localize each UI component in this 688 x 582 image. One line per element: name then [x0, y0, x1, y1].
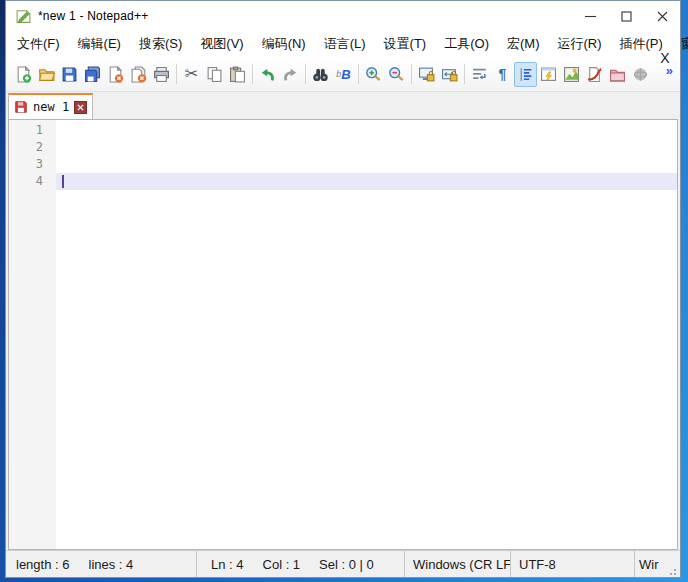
text-cursor: [62, 175, 64, 188]
status-eol-pane: Windows (CR LF): [404, 551, 510, 577]
sync-scroll-horizontal-icon[interactable]: [438, 62, 461, 87]
status-eol-format: Windows (CR LF): [413, 557, 510, 572]
status-encoding-pane: UTF-8: [510, 551, 634, 577]
sync-scroll-vertical-icon[interactable]: [415, 62, 438, 87]
editor-line-4-current: [56, 173, 677, 190]
editor-line-1: [56, 122, 677, 139]
notepad-plus-plus-window: *new 1 - Notepad++ 文件(F) 编辑(E) 搜索(S) 视图(…: [5, 0, 681, 578]
menu-encoding[interactable]: 编码(N): [253, 31, 315, 57]
close-all-documents-icon[interactable]: [127, 62, 150, 87]
toolbar-separator: [252, 64, 253, 84]
zoom-in-icon[interactable]: [362, 62, 385, 87]
status-length: length : 6: [16, 557, 70, 572]
folder-as-workspace-icon[interactable]: [606, 62, 629, 87]
menu-macro[interactable]: 宏(M): [498, 31, 549, 57]
open-file-icon[interactable]: [35, 62, 58, 87]
cut-icon[interactable]: ✂: [180, 62, 203, 87]
close-icon: [657, 11, 668, 22]
line-number: 1: [9, 122, 56, 139]
line-number: 2: [9, 139, 56, 156]
status-selection: Sel : 0 | 0: [319, 557, 374, 572]
status-bar: length : 6 lines : 4 Ln : 4 Col : 1 Sel …: [6, 550, 680, 577]
minimize-icon: [585, 11, 596, 22]
maximize-icon: [621, 11, 632, 22]
save-icon[interactable]: [58, 62, 81, 87]
title-bar: *new 1 - Notepad++: [6, 1, 680, 31]
menu-language[interactable]: 语言(L): [315, 31, 375, 57]
line-number: 3: [9, 156, 56, 173]
status-column: Col : 1: [263, 557, 301, 572]
print-icon[interactable]: [150, 62, 173, 87]
editor[interactable]: 1 2 3 4: [8, 119, 678, 550]
menu-settings[interactable]: 设置(T): [375, 31, 436, 57]
tab-close-button[interactable]: [74, 101, 87, 114]
redo-icon[interactable]: [279, 62, 302, 87]
status-cursor-pane: Ln : 4 Col : 1 Sel : 0 | 0: [196, 551, 404, 577]
undo-icon[interactable]: [256, 62, 279, 87]
menu-tools[interactable]: 工具(O): [435, 31, 498, 57]
find-icon[interactable]: [309, 62, 332, 87]
toolbar-separator: [464, 64, 465, 84]
status-doc-size-pane: length : 6 lines : 4: [6, 551, 196, 577]
tab-close-x-icon: [77, 104, 84, 111]
toolbar-separator: [411, 64, 412, 84]
line-number-gutter: 1 2 3 4: [9, 120, 56, 549]
minimize-button[interactable]: [572, 1, 608, 31]
tab-new-1[interactable]: new 1: [8, 93, 93, 119]
status-line: Ln : 4: [211, 557, 244, 572]
toolbar: ✂ bB: [6, 57, 680, 92]
status-lines: lines : 4: [89, 557, 134, 572]
word-wrap-icon[interactable]: [468, 62, 491, 87]
replace-icon[interactable]: bB: [332, 62, 355, 87]
status-right-text: Wir: [639, 557, 659, 572]
toolbar-separator: [305, 64, 306, 84]
menu-view[interactable]: 视图(V): [191, 31, 252, 57]
menu-window[interactable]: 窗口(W): [672, 31, 688, 57]
menu-file[interactable]: 文件(F): [8, 31, 69, 57]
unsaved-floppy-icon: [14, 100, 28, 114]
menu-edit[interactable]: 编辑(E): [69, 31, 130, 57]
toolbar-separator: [358, 64, 359, 84]
function-list-icon[interactable]: [560, 62, 583, 87]
save-all-icon[interactable]: [81, 62, 104, 87]
show-indent-guide-icon[interactable]: [514, 62, 537, 87]
window-title: *new 1 - Notepad++: [38, 9, 148, 23]
show-all-characters-icon[interactable]: ¶: [491, 62, 514, 87]
copy-icon[interactable]: [203, 62, 226, 87]
desktop-background: { "titlebar": { "title": "*new 1 - Notep…: [0, 0, 688, 582]
maximize-button[interactable]: [608, 1, 644, 31]
tab-label: new 1: [33, 100, 69, 114]
toolbar-separator: [176, 64, 177, 84]
text-area[interactable]: [56, 120, 677, 549]
notepad-plus-plus-app-icon: [15, 8, 32, 25]
status-mode-pane: Wir: [634, 551, 680, 577]
line-number: 4: [9, 173, 56, 190]
menubar-close-document-x[interactable]: X: [657, 50, 673, 66]
document-map-icon[interactable]: [537, 62, 560, 87]
close-document-icon[interactable]: [104, 62, 127, 87]
close-button[interactable]: [644, 1, 680, 31]
paste-icon[interactable]: [226, 62, 249, 87]
zoom-out-icon[interactable]: [385, 62, 408, 87]
menu-bar: 文件(F) 编辑(E) 搜索(S) 视图(V) 编码(N) 语言(L) 设置(T…: [6, 31, 680, 57]
menu-search[interactable]: 搜索(S): [130, 31, 191, 57]
window-controls: [572, 1, 680, 31]
tab-bar: new 1: [6, 92, 680, 119]
document-switcher-icon[interactable]: [583, 62, 606, 87]
resize-grip[interactable]: [666, 565, 678, 577]
editor-line-3: [56, 156, 677, 173]
monitoring-icon[interactable]: [629, 62, 652, 87]
status-encoding: UTF-8: [519, 557, 556, 572]
new-file-icon[interactable]: [12, 62, 35, 87]
editor-line-2: [56, 139, 677, 156]
menu-run[interactable]: 运行(R): [548, 31, 610, 57]
